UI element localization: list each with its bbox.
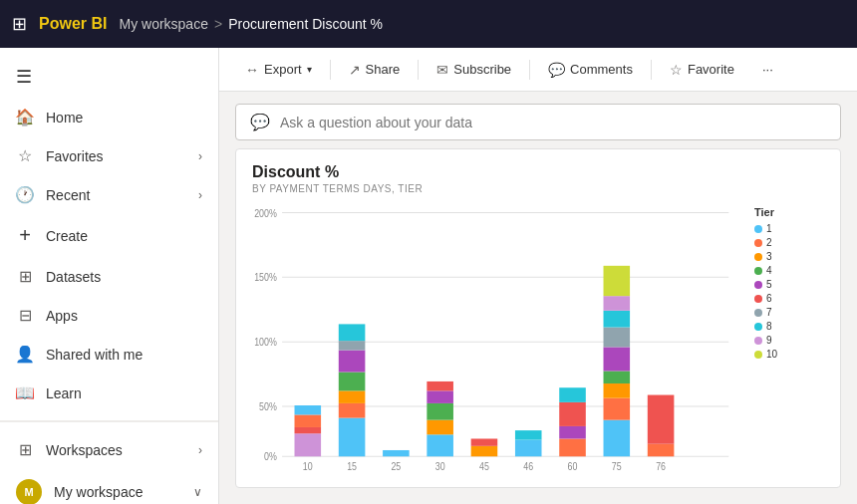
- subscribe-button[interactable]: ✉ Subscribe: [427, 57, 521, 83]
- sidebar-item-apps[interactable]: ⊟ Apps: [0, 296, 218, 335]
- chart-legend: Tier 1 2 3 4: [754, 202, 824, 473]
- bar-segment: [295, 414, 322, 427]
- bar-segment: [427, 381, 453, 390]
- legend-item-1: 1: [754, 223, 824, 234]
- svg-text:15: 15: [347, 460, 357, 472]
- legend-label-1: 1: [766, 223, 772, 234]
- bar-segment: [471, 438, 498, 445]
- sidebar-item-favorites[interactable]: ☆ Favorites ›: [0, 136, 218, 175]
- bar-segment: [604, 311, 631, 328]
- sidebar-item-label: Learn: [46, 385, 82, 401]
- recent-icon: 🕐: [16, 185, 34, 204]
- toolbar-separator: [651, 60, 652, 80]
- bar-segment: [471, 446, 498, 456]
- legend-item-5: 5: [754, 279, 824, 290]
- share-button[interactable]: ↗ Share: [339, 57, 411, 83]
- export-icon: ↔: [245, 62, 259, 78]
- chevron-icon: ›: [198, 443, 202, 457]
- bar-segment: [427, 420, 453, 435]
- bar-segment: [559, 438, 586, 456]
- qa-bar[interactable]: 💬: [235, 104, 841, 140]
- export-button[interactable]: ↔ Export ▾: [235, 57, 322, 83]
- bar-segment: [339, 403, 366, 418]
- chart-wrapper: 200% 150% 100% 50% 0%: [252, 202, 824, 473]
- bar-segment: [339, 351, 366, 373]
- sidebar-item-label: Datasets: [46, 269, 101, 285]
- sidebar-item-datasets[interactable]: ⊞ Datasets: [0, 257, 218, 296]
- svg-text:75: 75: [612, 460, 622, 472]
- chart-area: Discount % BY PAYMENT TERMS DAYS, TIER 2…: [235, 148, 841, 488]
- home-icon: 🏠: [16, 108, 34, 126]
- svg-text:100%: 100%: [254, 337, 277, 349]
- favorites-icon: ☆: [16, 146, 34, 165]
- legend-dot-10: [754, 351, 762, 359]
- breadcrumb: My workspace > Procurement Discount %: [119, 16, 383, 32]
- svg-text:30: 30: [435, 460, 445, 472]
- sidebar-item-label: Apps: [46, 308, 78, 324]
- bar-segment: [295, 427, 322, 433]
- subscribe-label: Subscribe: [453, 62, 511, 77]
- qa-input[interactable]: [280, 115, 619, 130]
- bar-segment: [648, 395, 675, 444]
- chart-title: Discount %: [252, 163, 824, 181]
- sidebar-item-create[interactable]: + Create: [0, 214, 218, 257]
- more-button[interactable]: ···: [752, 57, 783, 82]
- svg-text:46: 46: [523, 460, 533, 472]
- hamburger-button[interactable]: ☰: [0, 56, 218, 98]
- bar-segment: [604, 266, 631, 296]
- legend-dot-4: [754, 267, 762, 275]
- grid-icon[interactable]: ⊞: [12, 13, 27, 35]
- bar-segment: [559, 402, 586, 426]
- toolbar-separator: [418, 60, 419, 80]
- toolbar-separator: [529, 60, 530, 80]
- bar-chart: 200% 150% 100% 50% 0%: [252, 202, 746, 473]
- create-icon: +: [16, 224, 34, 247]
- legend-item-10: 10: [754, 349, 824, 360]
- bar-segment: [604, 383, 631, 398]
- sidebar-item-workspaces[interactable]: ⊞ Workspaces ›: [0, 430, 218, 469]
- legend-label-9: 9: [766, 335, 772, 346]
- legend-label-6: 6: [766, 293, 772, 304]
- avatar: M: [16, 479, 42, 504]
- legend-label-5: 5: [766, 279, 772, 290]
- legend-dot-2: [754, 239, 762, 247]
- chevron-icon: ›: [198, 188, 202, 202]
- breadcrumb-workspace[interactable]: My workspace: [119, 16, 207, 32]
- chart-svg: 200% 150% 100% 50% 0%: [252, 202, 746, 473]
- sidebar-item-learn[interactable]: 📖 Learn: [0, 374, 218, 412]
- sidebar-item-label: Home: [46, 110, 83, 126]
- legend-item-6: 6: [754, 293, 824, 304]
- legend-dot-3: [754, 253, 762, 261]
- more-label: ···: [762, 62, 773, 77]
- legend-label-4: 4: [766, 265, 772, 276]
- bar-segment: [604, 398, 631, 420]
- legend-title: Tier: [754, 206, 824, 218]
- legend-item-7: 7: [754, 307, 824, 318]
- legend-item-4: 4: [754, 265, 824, 276]
- legend-item-2: 2: [754, 237, 824, 248]
- favorite-button[interactable]: ☆ Favorite: [660, 57, 744, 83]
- sidebar-nav-top: ☰ 🏠 Home ☆ Favorites › 🕐 Recent › + Crea…: [0, 48, 218, 421]
- bar-segment: [427, 403, 453, 420]
- bar-segment: [383, 450, 410, 456]
- sidebar-item-my-workspace[interactable]: M My workspace ∨: [0, 469, 218, 504]
- workspaces-icon: ⊞: [16, 440, 34, 459]
- chart-subtitle: BY PAYMENT TERMS DAYS, TIER: [252, 183, 824, 194]
- topbar: ⊞ Power BI My workspace > Procurement Di…: [0, 0, 857, 48]
- svg-text:60: 60: [568, 460, 578, 472]
- comments-button[interactable]: 💬 Comments: [538, 57, 643, 83]
- bar-segment: [515, 440, 542, 457]
- bar-segment: [604, 296, 631, 311]
- sidebar-item-home[interactable]: 🏠 Home: [0, 98, 218, 136]
- svg-text:200%: 200%: [254, 207, 277, 219]
- comments-icon: 💬: [548, 62, 565, 78]
- svg-text:76: 76: [656, 460, 666, 472]
- sidebar-item-shared[interactable]: 👤 Shared with me: [0, 335, 218, 374]
- bar-segment: [427, 390, 453, 403]
- export-label: Export: [264, 62, 302, 77]
- legend-dot-6: [754, 295, 762, 303]
- sidebar-item-recent[interactable]: 🕐 Recent ›: [0, 175, 218, 214]
- bar-segment: [648, 444, 675, 457]
- legend-dot-8: [754, 323, 762, 331]
- bar-segment: [559, 426, 586, 439]
